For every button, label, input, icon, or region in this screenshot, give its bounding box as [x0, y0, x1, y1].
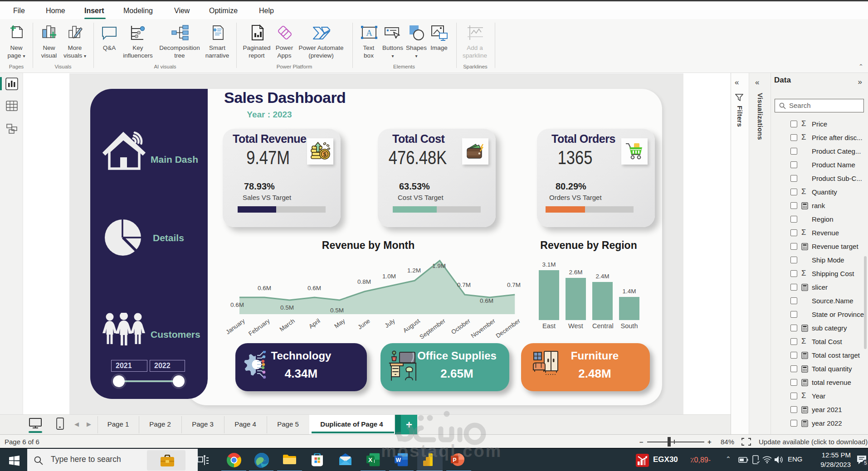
svg-text:$: $ [323, 151, 327, 158]
svg-text:W: W [396, 457, 401, 463]
svg-text:P: P [453, 457, 456, 463]
svg-text:A: A [366, 28, 372, 38]
svg-text:X: X [368, 456, 372, 463]
